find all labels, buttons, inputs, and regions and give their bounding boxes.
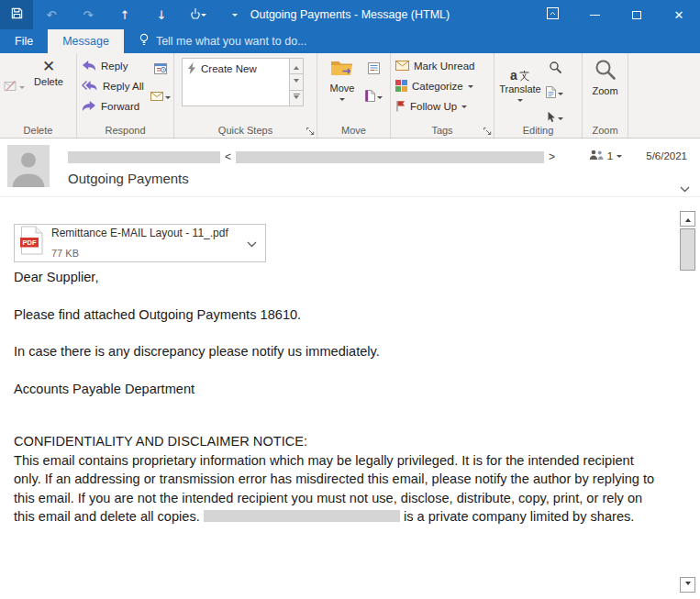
gallery-scroll-up-button[interactable] — [290, 59, 303, 74]
disclaimer: CONFIDENTIALITY AND DISCLAIMER NOTICE: T… — [14, 432, 658, 527]
delete-label: Delete — [34, 76, 63, 88]
reply-all-button[interactable]: Reply All — [77, 76, 149, 96]
reply-button[interactable]: Reply — [77, 56, 149, 76]
maximize-icon — [632, 11, 641, 19]
titlebar: ↶ ↷ ↑ ↓ Outgoing Payments - Message (HTM… — [0, 0, 700, 29]
scrollbar-up-button[interactable] — [680, 211, 695, 227]
tab-message[interactable]: Message — [48, 29, 124, 53]
group-label-move: Move — [317, 125, 390, 136]
tell-me-box[interactable]: Tell me what you want to do... — [139, 29, 307, 53]
zoom-button[interactable]: Zoom — [592, 53, 617, 97]
delete-button[interactable]: ✕ Delete — [27, 53, 71, 88]
follow-up-label: Follow Up — [410, 101, 457, 112]
undo-icon: ↶ — [47, 8, 57, 22]
touch-mode-button[interactable] — [180, 0, 217, 29]
ribbon-group-zoom: Zoom Zoom — [583, 53, 628, 138]
move-label: Move — [330, 83, 355, 94]
meeting-icon — [154, 61, 167, 78]
find-button[interactable] — [549, 61, 561, 77]
scroll-up-icon — [294, 63, 299, 70]
lightbulb-icon — [139, 33, 150, 50]
meeting-button[interactable] — [154, 61, 167, 78]
categorize-label: Categorize — [412, 81, 463, 92]
create-new-quick-step-button[interactable]: Create New — [183, 60, 288, 78]
avatar — [7, 145, 50, 187]
redo-button[interactable]: ↷ — [70, 0, 106, 29]
mark-unread-label: Mark Unread — [414, 61, 474, 72]
tell-me-label: Tell me what you want to do... — [156, 35, 307, 48]
ribbon-group-quick-steps: Create New Quick Steps — [174, 53, 317, 138]
attachment-size: 77 KB — [51, 244, 239, 263]
attachment-options-button[interactable] — [247, 234, 257, 253]
undo-button[interactable]: ↶ — [33, 0, 70, 29]
onenote-icon — [365, 89, 375, 105]
reply-all-label: Reply All — [103, 81, 144, 92]
save-button[interactable] — [0, 0, 33, 29]
dropdown-caret-icon — [201, 14, 206, 19]
categorize-button[interactable]: Categorize — [391, 76, 479, 96]
up-arrow-icon: ↑ — [120, 8, 130, 22]
more-respond-actions-button[interactable] — [150, 89, 171, 105]
zoom-label: Zoom — [592, 85, 617, 97]
maximize-button[interactable] — [616, 0, 658, 29]
follow-up-button[interactable]: Follow Up — [391, 96, 479, 116]
gallery-scroll-down-button[interactable] — [290, 74, 303, 90]
rules-icon — [368, 61, 380, 78]
attachment-card[interactable]: PDF Remittance E-MAIL Layout - 11_.pdf 7… — [14, 224, 266, 262]
disclaimer-heading: CONFIDENTIALITY AND DISCLAIMER NOTICE: — [14, 434, 307, 449]
ignore-junk-button[interactable] — [0, 53, 25, 95]
close-icon: ✕ — [674, 8, 684, 22]
create-new-label: Create New — [201, 63, 257, 74]
tags-dialog-launcher[interactable] — [482, 126, 493, 137]
next-item-button[interactable]: ↓ — [143, 0, 180, 29]
rules-button[interactable] — [368, 61, 380, 78]
scroll-up-icon — [685, 216, 691, 222]
scroll-down-icon — [294, 79, 299, 85]
scrollbar-thumb[interactable] — [680, 228, 695, 271]
ribbon-filler — [628, 53, 700, 138]
gallery-more-button[interactable] — [290, 91, 303, 105]
ribbon-tabs: File Message Tell me what you want to do… — [0, 29, 700, 53]
dropdown-caret-icon — [517, 99, 523, 105]
forward-button[interactable]: Forward — [77, 96, 149, 116]
dropdown-caret-icon — [468, 85, 473, 91]
find-icon — [549, 61, 561, 77]
subject-line: Outgoing Payments — [68, 171, 189, 186]
group-label-respond: Respond — [77, 125, 173, 136]
customize-quick-access-toolbar-button[interactable] — [217, 0, 253, 29]
flag-icon — [395, 100, 406, 114]
ribbon-group-move: Move Move — [317, 53, 391, 138]
quick-steps-dialog-launcher[interactable] — [305, 126, 316, 137]
save-icon — [10, 6, 24, 23]
ribbon-display-options-button[interactable] — [531, 0, 573, 29]
attachment-filename: Remittance E-MAIL Layout - 11_.pdf — [51, 224, 239, 243]
translate-icon: a — [510, 58, 530, 82]
close-button[interactable]: ✕ — [658, 0, 700, 29]
scrollbar-down-button[interactable] — [680, 577, 695, 593]
ribbon-group-delete: ✕ Delete Delete — [0, 53, 77, 138]
related-button[interactable] — [546, 85, 563, 102]
vertical-scrollbar[interactable] — [680, 211, 695, 593]
move-button[interactable]: Move — [319, 53, 365, 102]
mark-unread-button[interactable]: Mark Unread — [391, 56, 479, 76]
body-paragraph: Please find attached Outgoing Payments 1… — [14, 305, 658, 325]
minimize-button[interactable] — [573, 0, 616, 29]
tab-file[interactable]: File — [0, 29, 48, 53]
sender-address-redacted — [236, 151, 544, 163]
window-controls: ✕ — [531, 0, 700, 29]
header-meta: 1 5/6/2021 — [589, 150, 687, 161]
translate-button[interactable]: a Translate — [494, 53, 546, 103]
previous-item-button[interactable]: ↑ — [106, 0, 143, 29]
body-greeting: Dear Supplier, — [14, 268, 658, 287]
recipients-dropdown[interactable]: 1 — [589, 150, 622, 161]
ribbon: ✕ Delete Delete Reply Reply All — [0, 53, 700, 139]
window-title: Outgoing Payments - Message (HTML) — [250, 8, 450, 21]
onenote-button[interactable] — [365, 89, 383, 105]
disclaimer-text: is a private company limited by shares. — [404, 509, 634, 524]
collapse-header-button[interactable] — [680, 180, 690, 196]
down-arrow-icon: ↓ — [157, 8, 167, 22]
translate-label: Translate — [499, 83, 540, 95]
body-paragraph: In case there is any discrepancy please … — [14, 342, 658, 361]
envelope-icon — [395, 61, 409, 72]
lightning-icon — [188, 62, 196, 76]
